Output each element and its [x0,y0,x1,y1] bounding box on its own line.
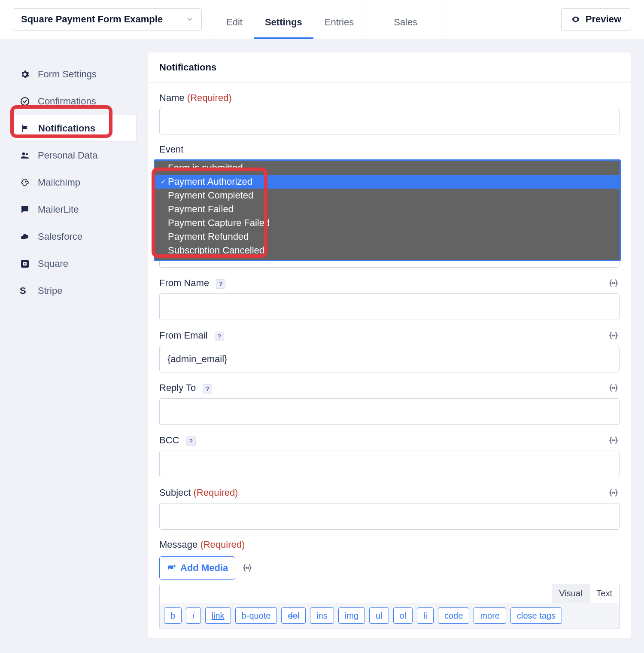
sidebar-item-square[interactable]: Square [13,250,137,277]
qt-closetags[interactable]: close tags [510,607,562,624]
mailchimp-icon [20,177,30,188]
svg-point-10 [612,335,613,336]
sidebar-item-mailchimp[interactable]: Mailchimp [13,169,137,196]
option-label: Payment Authorized [168,176,252,187]
qt-ins[interactable]: ins [310,607,334,624]
sidebar-item-salesforce[interactable]: Salesforce [13,223,137,250]
merge-tags-button[interactable] [608,487,620,499]
main-layout: Form Settings Confirmations Notification… [0,39,644,651]
help-icon[interactable]: ? [186,436,196,446]
svg-point-9 [614,283,615,284]
sidebar-item-label: Confirmations [38,96,96,107]
qt-italic[interactable]: i [186,607,200,624]
event-dropdown[interactable]: Form is submitted ✓Payment Authorized Pa… [154,159,621,261]
svg-point-14 [612,440,613,441]
tab-sales[interactable]: Sales [383,0,428,39]
divider [446,0,446,39]
sidebar-item-stripe[interactable]: S Stripe [13,277,137,304]
svg-rect-7 [24,263,26,264]
subject-input[interactable] [159,503,620,530]
field-message: Message (Required) [159,539,620,550]
event-option[interactable]: Subscription Cancelled [155,244,620,257]
people-icon [20,150,30,161]
from-email-input[interactable] [159,346,620,372]
gear-icon [20,69,30,79]
event-option[interactable]: Payment Capture Failed [155,216,620,230]
form-selector-dropdown[interactable]: Square Payment Form Example [13,8,202,31]
svg-point-18 [246,568,247,568]
event-option[interactable]: ✓Payment Authorized [155,175,620,189]
field-reply-to: Reply To ? [159,382,620,425]
sidebar-item-label: MailerLite [38,204,79,215]
merge-tags-button[interactable] [608,330,620,342]
qt-bold[interactable]: b [164,607,182,624]
chevron-down-icon [186,15,194,23]
help-icon[interactable]: ? [216,279,225,289]
sidebar-item-label: Salesforce [38,231,82,242]
svg-point-2 [22,152,25,155]
sidebar-item-personal-data[interactable]: Personal Data [13,142,137,169]
tab-label: Text [596,589,612,598]
qt-del[interactable]: del [281,607,306,624]
editor-tab-visual[interactable]: Visual [552,584,589,603]
editor-tabs: Visual Text [160,584,619,603]
qt-ol[interactable]: ol [393,607,413,624]
help-icon[interactable]: ? [215,332,224,341]
bcc-input[interactable] [159,451,620,477]
editor-tab-text[interactable]: Text [589,584,619,603]
qt-more[interactable]: more [474,607,506,624]
sidebar-item-label: Stripe [38,285,62,296]
quicktags-toolbar: b i link b-quote del ins img ul ol li co… [160,603,619,628]
notifications-panel: Notifications Name (Required) Event [148,52,631,638]
qt-img[interactable]: img [338,607,365,624]
qt-li[interactable]: li [417,607,434,624]
sidebar-item-label: Form Settings [38,69,97,80]
event-label: Event [159,144,183,155]
qt-code[interactable]: code [438,607,469,624]
message-label: Message (Required) [159,539,245,550]
event-option[interactable]: Form is submitted [155,161,620,175]
reply-to-input[interactable] [159,398,620,425]
event-option[interactable]: Payment Completed [155,189,620,202]
bcc-label: BCC ? [159,435,196,446]
top-bar: Square Payment Form Example Edit Setting… [0,0,644,39]
form-selector-label: Square Payment Form Example [21,14,163,25]
svg-point-15 [614,440,615,441]
tab-label: Sales [394,17,417,28]
help-icon[interactable]: ? [203,384,212,394]
sidebar-item-notifications[interactable]: Notifications [13,115,137,142]
main-tabs: Edit Settings Entries Sales [215,0,446,39]
sidebar-item-confirmations[interactable]: Confirmations [13,88,137,115]
sidebar-item-label: Notifications [38,123,95,134]
qt-link[interactable]: link [205,607,231,624]
event-option[interactable]: Payment Refunded [155,230,620,244]
from-name-input[interactable] [159,293,620,320]
tab-label: Edit [226,17,243,28]
merge-tags-button[interactable] [608,434,620,446]
sidebar-item-form-settings[interactable]: Form Settings [13,61,137,88]
add-media-button[interactable]: Add Media [159,556,235,580]
field-from-name: From Name ? [159,277,620,320]
tab-entries[interactable]: Entries [313,0,365,39]
qt-bquote[interactable]: b-quote [235,607,277,624]
qt-ul[interactable]: ul [369,607,389,624]
merge-tags-button[interactable] [608,277,620,289]
media-icon [167,563,176,573]
merge-tags-button[interactable] [608,382,620,394]
name-input[interactable] [159,108,620,134]
reply-to-label: Reply To ? [159,382,212,394]
sidebar-item-label: Personal Data [38,150,97,161]
sidebar-item-mailerlite[interactable]: MailerLite [13,196,137,223]
event-option[interactable]: Payment Failed [155,202,620,216]
tab-settings[interactable]: Settings [254,0,313,39]
required-marker: (Required) [200,539,245,550]
merge-tags-button[interactable] [241,562,253,574]
from-name-label: From Name ? [159,278,225,289]
svg-point-19 [248,568,249,568]
field-bcc: BCC ? [159,434,620,477]
check-circle-icon [20,96,30,107]
media-toolbar: Add Media [159,556,620,580]
tab-edit[interactable]: Edit [215,0,254,39]
preview-button[interactable]: Preview [561,8,631,31]
tab-label: Visual [559,589,582,598]
